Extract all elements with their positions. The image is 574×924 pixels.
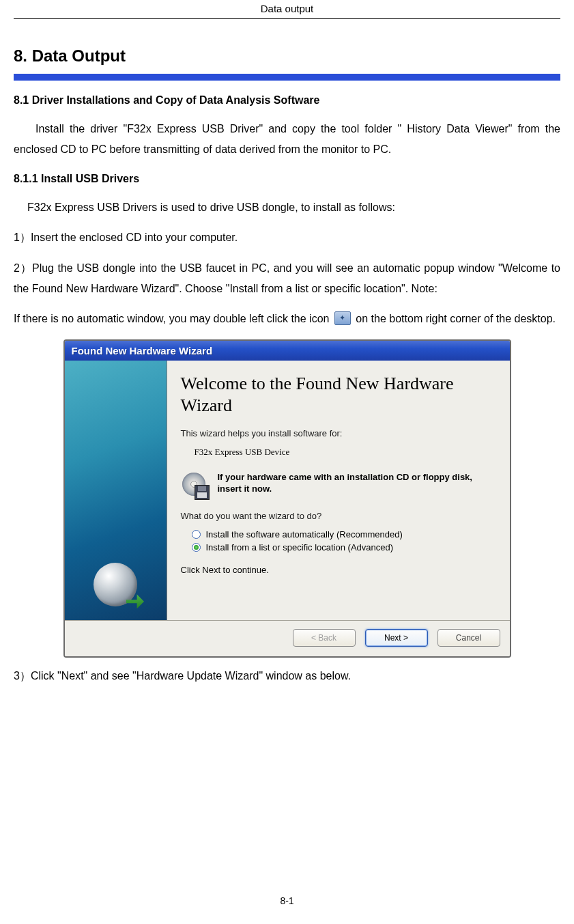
page-number: 8-1 [0,895,574,906]
wizard-cd-note: If your hardware came with an installati… [218,471,496,495]
next-button[interactable]: Next > [365,629,428,647]
wizard-prompt: What do you want the wizard to do? [181,511,496,521]
tray-hardware-icon [334,311,351,325]
step-3: 3）Click "Next" and see "Hardware Update … [14,666,560,686]
section-title: 8. Data Output [14,46,560,66]
radio-option-list[interactable]: Install from a list or specific location… [181,541,496,554]
step-2-note-post: on the bottom right corner of the deskto… [356,313,556,324]
radio-label-auto: Install the software automatically (Reco… [206,529,403,540]
wizard-click-next: Click Next to continue. [181,565,496,575]
cd-floppy-icon [181,471,210,500]
wizard-heading: Welcome to the Found New Hardware Wizard [181,373,496,417]
radio-icon-selected [192,543,201,552]
subsection-8-1-title: 8.1 Driver Installations and Copy of Dat… [14,94,560,107]
section-accent-bar [14,74,560,81]
wizard-help-text: This wizard helps you install software f… [181,428,496,438]
wizard-window: Found New Hardware Wizard Welcome to the… [63,339,511,658]
wizard-titlebar: Found New Hardware Wizard [65,341,510,361]
step-2: 2）Plug the USB dongle into the USB fauce… [14,258,560,300]
subsection-8-1-1-intro: F32x Express USB Drivers is used to driv… [14,197,560,218]
header-rule [14,18,560,19]
step-2-note: If there is no automatic window, you may… [14,309,560,329]
running-header: Data output [14,0,560,18]
subsection-8-1-para: Install the driver "F32x Express USB Dri… [14,119,560,160]
radio-option-auto[interactable]: Install the software automatically (Reco… [181,528,496,541]
subsection-8-1-1-title: 8.1.1 Install USB Drivers [14,173,560,185]
step-2-note-pre: If there is no automatic window, you may… [14,313,332,324]
wizard-sidebar [65,361,167,620]
wizard-sidebar-icon [94,563,137,606]
back-button: < Back [293,629,356,647]
step-1: 1）Insert the enclosed CD into your compu… [14,227,560,248]
cancel-button[interactable]: Cancel [437,629,500,647]
radio-icon [192,530,201,539]
radio-label-list: Install from a list or specific location… [206,542,394,552]
wizard-device-name: F32x Express USB Device [181,445,496,467]
